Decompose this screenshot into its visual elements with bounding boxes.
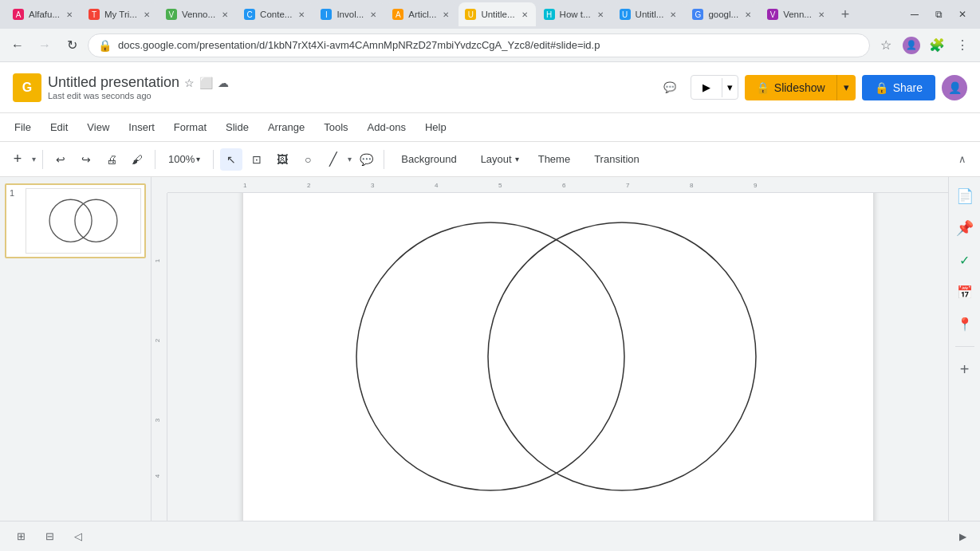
menu-addons[interactable]: Add-ons <box>360 118 414 136</box>
svg-text:2: 2 <box>307 182 311 189</box>
tab-close-alfafu[interactable]: ✕ <box>65 9 74 21</box>
comment-tool-button[interactable]: 💬 <box>355 148 377 171</box>
theme-button[interactable]: Theme <box>528 148 581 171</box>
line-dropdown[interactable]: ▾ <box>348 155 352 163</box>
star-icon[interactable]: ☆ <box>184 77 195 89</box>
tab-articl[interactable]: A Articl... ✕ <box>386 2 457 26</box>
scroll-controls: ▶ <box>954 529 970 545</box>
canvas-scroll-area[interactable] <box>167 193 948 521</box>
tab-close-untitl2[interactable]: ✕ <box>668 9 678 21</box>
tab-close-invol[interactable]: ✕ <box>368 9 378 21</box>
calendar-icon[interactable]: 📅 <box>952 279 978 305</box>
tab-favicon-untitle: U <box>465 9 476 20</box>
tab-alfafu[interactable]: A Alfafu... ✕ <box>6 2 81 26</box>
bookmark-star-button[interactable]: ☆ <box>875 34 897 57</box>
svg-text:1: 1 <box>154 258 161 262</box>
slide-canvas[interactable] <box>243 193 873 521</box>
docs-icon[interactable]: 📄 <box>952 183 978 209</box>
drive-icon[interactable]: ⬜ <box>199 77 213 89</box>
menu-slide[interactable]: Slide <box>218 118 257 136</box>
tab-close-articl[interactable]: ✕ <box>441 9 451 21</box>
tab-mytri[interactable]: T My Tri... ✕ <box>82 2 158 26</box>
comment-button[interactable]: 💬 <box>655 73 684 102</box>
menu-tools[interactable]: Tools <box>316 118 356 136</box>
menu-arrange[interactable]: Arrange <box>260 118 313 136</box>
collapse-panel-button[interactable]: ◁ <box>67 525 89 548</box>
tab-close-mytri[interactable]: ✕ <box>142 9 152 21</box>
browser-menu-button[interactable]: ⋮ <box>951 34 974 57</box>
print-button[interactable]: 🖨 <box>100 148 123 171</box>
url-text: docs.google.com/presentation/d/1kbN7rXt4… <box>118 39 600 51</box>
address-bar[interactable]: 🔒 docs.google.com/presentation/d/1kbN7rX… <box>88 33 870 57</box>
transition-button[interactable]: Transition <box>584 148 650 171</box>
filmstrip-view-button[interactable]: ⊟ <box>38 525 61 548</box>
shapes-button[interactable]: ○ <box>297 148 319 171</box>
share-button[interactable]: 🔒 Share <box>862 75 935 100</box>
slideshow-wrapper: 🔒 Slideshow ▾ <box>745 75 856 100</box>
tab-close-howt[interactable]: ✕ <box>596 9 605 21</box>
menu-view[interactable]: View <box>79 118 117 136</box>
present-dropdown-button[interactable]: ▾ <box>722 76 738 99</box>
paint-format-button[interactable]: 🖌 <box>126 148 148 171</box>
scroll-right-button[interactable]: ▶ <box>954 529 970 545</box>
tab-invol[interactable]: I Invol... ✕ <box>314 2 384 26</box>
tab-close-untitle[interactable]: ✕ <box>520 9 529 21</box>
keep-icon[interactable]: 📌 <box>952 215 978 241</box>
tab-vennr[interactable]: V Venn... ✕ <box>761 2 832 26</box>
lock-share-icon: 🔒 <box>875 81 888 94</box>
slide-thumbnail-1[interactable]: 1 <box>5 183 146 258</box>
tab-conte[interactable]: C Conte... ✕ <box>238 2 313 26</box>
tab-title-howt: How t... <box>560 10 591 19</box>
tab-googl[interactable]: G googl... ✕ <box>686 2 759 26</box>
presentation-title[interactable]: Untitled presentation <box>48 74 179 91</box>
tab-untitl2[interactable]: U Untitl... ✕ <box>613 2 685 26</box>
venn-diagram-svg <box>243 193 873 521</box>
insert-image-button[interactable]: 🖼 <box>271 148 293 171</box>
user-avatar[interactable]: 👤 <box>942 75 967 100</box>
frame-tool-button[interactable]: ⊡ <box>246 148 268 171</box>
menu-help[interactable]: Help <box>417 118 455 136</box>
forward-button[interactable]: → <box>33 34 56 57</box>
tab-howt[interactable]: H How t... ✕ <box>537 2 612 26</box>
cloud-icon[interactable]: ☁ <box>218 77 229 89</box>
tab-close-conte[interactable]: ✕ <box>297 9 306 21</box>
present-button[interactable]: ▶ <box>691 76 722 99</box>
slideshow-button[interactable]: 🔒 Slideshow <box>745 75 836 100</box>
add-button[interactable]: + <box>6 148 29 171</box>
minimize-button[interactable]: ─ <box>903 3 926 26</box>
back-button[interactable]: ← <box>6 34 29 57</box>
menu-insert[interactable]: Insert <box>120 118 163 136</box>
tab-title-conte: Conte... <box>260 10 292 19</box>
close-button[interactable]: ✕ <box>951 3 974 26</box>
app-logo: G <box>13 73 41 102</box>
tasks-icon[interactable]: ✓ <box>952 247 978 273</box>
grid-view-button[interactable]: ⊞ <box>10 525 32 548</box>
zoom-control[interactable]: 100% ▾ <box>162 150 207 168</box>
tab-close-vennr[interactable]: ✕ <box>817 9 826 21</box>
collapse-toolbar-button[interactable]: ∧ <box>951 148 974 171</box>
menu-edit[interactable]: Edit <box>42 118 76 136</box>
line-button[interactable]: ╱ <box>322 148 344 171</box>
add-dropdown[interactable]: ▾ <box>32 155 36 163</box>
ruler-h-marks: 1 2 3 4 5 6 7 8 9 <box>167 177 948 193</box>
tab-close-googl[interactable]: ✕ <box>743 9 753 21</box>
select-tool-button[interactable]: ↖ <box>220 148 242 171</box>
redo-button[interactable]: ↪ <box>75 148 97 171</box>
undo-button[interactable]: ↩ <box>49 148 72 171</box>
tab-untitle-active[interactable]: U Untitle... ✕ <box>459 2 535 26</box>
menu-file[interactable]: File <box>6 118 39 136</box>
new-tab-button[interactable]: + <box>834 3 856 26</box>
profile-menu-button[interactable]: 👤 <box>900 34 923 57</box>
extensions-button[interactable]: 🧩 <box>926 34 948 57</box>
reload-button[interactable]: ↻ <box>61 34 83 57</box>
add-icon[interactable]: + <box>952 356 978 382</box>
layout-button[interactable]: Layout ▾ <box>470 148 525 171</box>
menu-format[interactable]: Format <box>166 118 214 136</box>
tab-close-venno[interactable]: ✕ <box>220 9 230 21</box>
restore-button[interactable]: ⧉ <box>927 3 950 26</box>
maps-icon[interactable]: 📍 <box>952 311 978 337</box>
tab-venno[interactable]: V Venno... ✕ <box>159 2 236 26</box>
theme-label: Theme <box>538 153 570 165</box>
slideshow-dropdown-button[interactable]: ▾ <box>836 75 856 100</box>
background-button[interactable]: Background <box>391 148 466 171</box>
